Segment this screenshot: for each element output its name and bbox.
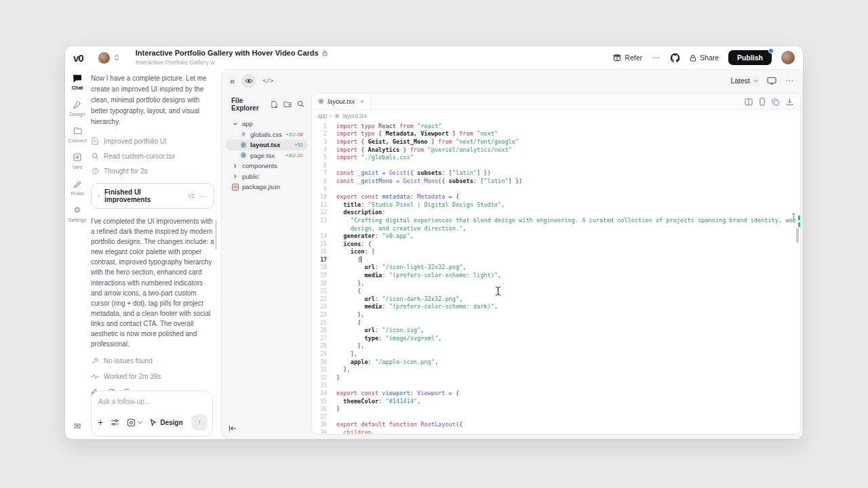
code-line: design, and creative direction.", — [312, 224, 800, 232]
editor-scrollbar[interactable] — [796, 228, 799, 243]
task-step[interactable]: Improved portfolio UI — [91, 134, 214, 148]
rail-item-design[interactable]: Design — [69, 100, 85, 117]
code-line: 2import type { Metadata, Viewport } from… — [312, 130, 800, 138]
attach-icon[interactable]: + — [98, 417, 103, 428]
task-step[interactable]: Read custom-cursor.tsx — [91, 148, 214, 163]
tree-file-globals.css[interactable]: #globals.css+31/-58 — [226, 129, 307, 140]
code-line: 5import "./globals.css" — [312, 153, 800, 161]
code-view-icon[interactable]: </> — [262, 77, 273, 84]
code-line: 26 url: "/icon.svg", — [312, 326, 800, 334]
code-line: 12 description: — [312, 209, 800, 217]
send-button[interactable]: ↑ — [191, 414, 208, 430]
tab-layout-tsx[interactable]: layout.tsx × — [312, 94, 371, 109]
tree-file-page.tsx[interactable]: page.tsx+81/-20 — [226, 150, 307, 161]
tree-file-layout.tsx[interactable]: layout.tsx+51 — [226, 140, 307, 150]
design-icon — [73, 100, 81, 109]
wrench-icon — [91, 357, 99, 365]
rail-item-connect[interactable]: Connect — [68, 126, 87, 144]
mobile-preview-icon[interactable] — [760, 98, 765, 106]
code-line: 33 — [312, 382, 800, 390]
diff-marker — [798, 222, 800, 227]
project-title: Interactive Portfolio Gallery with Hover… — [136, 49, 319, 58]
workspace-panel: « </> Latest ⋯ File Explorer — [221, 69, 803, 439]
close-tab-icon[interactable]: × — [360, 98, 364, 105]
download-icon[interactable] — [786, 98, 793, 106]
rail-item-rules[interactable]: Rules — [71, 179, 83, 197]
publish-button[interactable]: Publish — [728, 50, 772, 65]
chevron-right-icon — [231, 174, 239, 179]
code-line: 14 generator: "v0.app", — [312, 232, 800, 240]
v0-logo[interactable]: v0 — [73, 52, 83, 64]
css-icon: # — [239, 131, 248, 138]
code-line: 8const _geistMono = Geist_Mono({ subsets… — [312, 177, 800, 185]
code-line: 18 url: "/icon-light-32x32.png", — [312, 264, 800, 272]
code-line: 29 ], — [312, 350, 800, 358]
new-folder-icon[interactable] — [283, 100, 292, 108]
react-icon — [239, 152, 248, 159]
preview-eye-icon[interactable] — [241, 74, 256, 88]
tree-folder-public[interactable]: public — [226, 171, 307, 182]
react-icon — [334, 113, 340, 119]
code-line: 32} — [312, 373, 800, 382]
file-tree: app#globals.css+31/-58layout.tsx+51page.… — [222, 119, 311, 192]
settings-sliders-icon[interactable] — [111, 419, 119, 426]
collapse-explorer-icon[interactable] — [229, 425, 237, 432]
finished-task-card[interactable]: › Finished UI improvements v2 ⋯ — [91, 183, 214, 209]
model-picker[interactable] — [127, 418, 142, 427]
task-step[interactable]: Thought for 2s — [91, 163, 214, 178]
code-line: 24 }, — [312, 310, 800, 319]
code-line: 15 icons: { — [312, 240, 800, 248]
header-more-icon[interactable]: ⋯ — [652, 53, 660, 62]
breadcrumb-file[interactable]: layout.tsx — [342, 113, 367, 119]
breadcrumb-root[interactable]: app — [317, 113, 327, 119]
workspace-toolbar: « </> Latest ⋯ — [222, 70, 802, 92]
project-switcher-icon[interactable] — [114, 54, 119, 61]
followup-placeholder: Ask a follow-up... — [98, 398, 205, 405]
code-line: 9 — [312, 185, 800, 193]
code-content[interactable]: 1import type React from "react"2import t… — [312, 122, 800, 434]
no-issues-row: No issues found — [91, 357, 214, 365]
refer-button[interactable]: Refer — [613, 54, 642, 62]
mail-icon[interactable]: ✉ — [65, 421, 90, 431]
chevron-right-icon: › — [98, 192, 100, 199]
chat-bubble-icon — [73, 73, 82, 83]
notification-dot — [768, 48, 774, 54]
rail-item-chat[interactable]: Chat — [72, 73, 83, 91]
code-line: 11 title: "Studio Pixel | Digital Design… — [312, 201, 800, 209]
github-icon[interactable] — [670, 53, 680, 63]
search-files-icon[interactable] — [297, 100, 304, 108]
file-icon — [91, 137, 99, 145]
followup-input[interactable]: Ask a follow-up... + Design ↑ — [91, 390, 213, 436]
task-steps: Improved portfolio UIRead custom-cursor.… — [91, 134, 214, 178]
activity-icon — [91, 373, 99, 380]
code-line: 4import { Analytics } from "@vercel/anal… — [312, 146, 800, 154]
react-icon — [239, 142, 248, 148]
workspace-more-icon[interactable]: ⋯ — [785, 76, 794, 85]
version-dropdown[interactable]: Latest — [730, 77, 758, 85]
user-avatar[interactable] — [781, 51, 795, 64]
task-more-icon[interactable]: ⋯ — [199, 192, 208, 201]
code-line: 30 apple: "/apple-icon.png", — [312, 358, 800, 366]
chat-scrollbar[interactable] — [215, 219, 217, 249]
tree-folder-app[interactable]: app — [226, 119, 307, 129]
split-view-icon[interactable] — [745, 98, 753, 106]
code-line: 35 themeColor: "#141414", — [312, 397, 800, 405]
code-line: 31 }, — [312, 365, 800, 373]
lock-icon — [322, 50, 328, 56]
share-button[interactable]: Share — [690, 54, 719, 62]
collapse-panel-icon[interactable]: « — [230, 76, 235, 86]
rail-item-vars[interactable]: Vars — [73, 152, 83, 170]
rules-icon — [73, 179, 81, 188]
diff-stats: +51 — [294, 142, 303, 148]
search-icon — [91, 152, 99, 160]
avatar[interactable] — [98, 52, 110, 64]
rail-item-settings[interactable]: ⚙Settings — [68, 205, 86, 223]
code-editor: layout.tsx × — [311, 93, 801, 434]
design-mode-button[interactable]: Design — [150, 419, 182, 426]
new-file-icon[interactable] — [271, 100, 278, 108]
tree-file-package.json[interactable]: package.json — [226, 182, 307, 192]
copy-code-icon[interactable] — [772, 98, 779, 106]
code-line: 7const _geist = Geist({ subsets: ["latin… — [312, 169, 800, 178]
device-preview-icon[interactable] — [767, 77, 776, 85]
tree-folder-components[interactable]: components — [226, 161, 307, 171]
